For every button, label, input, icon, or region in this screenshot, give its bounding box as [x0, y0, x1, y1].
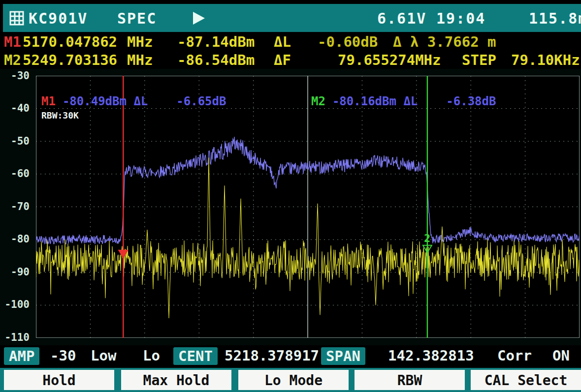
span-value: 142.382813 [388, 347, 474, 364]
marker1-freq-unit: MHz [127, 33, 153, 50]
clock: 19:04 [436, 9, 485, 27]
marker2-overlay-delta: -6.38dB [446, 94, 496, 108]
marker1-wavelength: Δ λ 3.7662 m [393, 33, 496, 50]
device-screen: KC901V SPEC 6.61V 19:04 115.8m M1 5170.0… [0, 0, 581, 392]
marker-id-2: 2 [424, 232, 430, 244]
y-axis-label: -100 [0, 299, 30, 310]
softkey-rbw[interactable]: RBW [355, 370, 465, 390]
marker2-step-key: STEP [462, 52, 496, 68]
corr-label: Corr [497, 347, 532, 364]
marker1-label: M1 [4, 33, 21, 50]
low-label: Low [91, 347, 116, 364]
aux-readout: 115.8m [529, 9, 581, 27]
y-axis-label: -70 [0, 201, 30, 212]
spectrum-plot[interactable]: 2 [36, 76, 580, 338]
marker1-frequency: 5170.047862 [23, 33, 117, 50]
mode-label: SPEC [117, 9, 157, 27]
softkey-lo-mode[interactable]: Lo Mode [238, 370, 349, 390]
top-bar: KC901V SPEC 6.61V 19:04 115.8m [3, 4, 581, 32]
y-axis-label: -80 [0, 233, 30, 245]
lo-label: Lo [143, 347, 160, 364]
marker2-label: M2 [4, 52, 21, 68]
marker1-delta-value: -0.60dB [318, 33, 378, 50]
brand-logo-icon [9, 10, 25, 26]
amp-key[interactable]: AMP [4, 347, 39, 365]
marker2-onscreen-readout: M2-80.16dBm ΔL-6.38dB [311, 94, 496, 108]
y-axis-label: -30 [0, 70, 30, 82]
device-model: KC901V [29, 9, 88, 27]
softkey-cal-select[interactable]: CAL Select [471, 370, 581, 390]
marker1-overlay-label: M1 [41, 94, 56, 108]
y-axis-label: -50 [0, 135, 30, 147]
spectrum-chart-area: -30 -40 -50 -60 -70 -80 -90 -100 -110 2 … [0, 69, 581, 345]
battery-voltage: 6.61V [377, 9, 426, 27]
rbw-readout: RBW:30K [41, 110, 79, 121]
run-play-icon[interactable] [191, 11, 206, 26]
y-axis-label: -40 [0, 102, 30, 114]
span-key[interactable]: SPAN [321, 347, 365, 365]
y-axis-label: -110 [0, 332, 30, 343]
marker2-frequency: 5249.703136 [23, 52, 117, 68]
y-axis-label: -60 [0, 168, 30, 180]
marker2-readout-row: M2 5249.703136 MHz -86.54dBm ΔF 79.65527… [0, 51, 581, 69]
center-freq-value: 5218.378917 [225, 347, 319, 364]
marker2-delta-key: ΔF [274, 52, 291, 68]
marker2-overlay-level: -80.16dBm ΔL [332, 94, 418, 108]
center-freq-key[interactable]: CENT [173, 347, 218, 365]
marker2-overlay-label: M2 [311, 94, 325, 108]
marker1-readout-row: M1 5170.047862 MHz -87.14dBm ΔL -0.60dB … [0, 32, 581, 51]
marker2-delta-value: 79.655274MHz [338, 52, 441, 68]
softkey-bar: Hold Max Hold Lo Mode RBW CAL Select [0, 368, 581, 392]
amp-value: -30 [50, 347, 76, 364]
status-bar: AMP -30 Low Lo CENT 5218.378917 SPAN 142… [0, 345, 581, 368]
y-axis-labels: -30 -40 -50 -60 -70 -80 -90 -100 -110 [0, 69, 32, 345]
marker1-overlay-delta: -6.65dB [176, 94, 226, 108]
marker2-step-value: 79.10KHz [511, 52, 580, 68]
marker1-onscreen-readout: M1-80.49dBm ΔL-6.65dB [41, 94, 226, 108]
softkey-hold[interactable]: Hold [4, 370, 114, 390]
softkey-max-hold[interactable]: Max Hold [121, 370, 231, 390]
corr-state: ON [552, 347, 570, 364]
marker1-level: -87.14dBm [177, 33, 255, 50]
marker2-freq-unit: MHz [127, 52, 153, 68]
marker1-delta-key: ΔL [274, 33, 291, 50]
marker2-level: -86.54dBm [177, 52, 255, 68]
y-axis-label: -90 [0, 266, 30, 278]
marker1-overlay-level: -80.49dBm ΔL [63, 94, 148, 108]
